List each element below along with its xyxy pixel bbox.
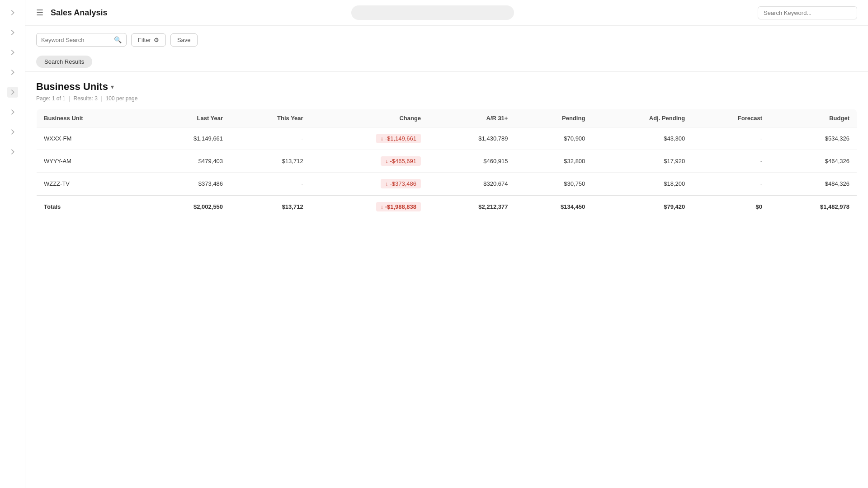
down-arrow-icon: ↓ bbox=[385, 181, 388, 187]
cell-budget: $534,326 bbox=[769, 127, 857, 150]
cell-budget: $484,326 bbox=[769, 173, 857, 196]
cell-pending: $70,900 bbox=[515, 127, 592, 150]
sidebar-item-1[interactable] bbox=[7, 7, 18, 18]
filter-button[interactable]: Filter ⚙ bbox=[131, 33, 166, 47]
col-header-adj-pending: Adj. Pending bbox=[592, 109, 692, 127]
header: ☰ Sales Analysis bbox=[25, 0, 868, 26]
keyword-search-input[interactable] bbox=[41, 37, 111, 43]
col-header-pending: Pending bbox=[515, 109, 592, 127]
header-blur-bar bbox=[351, 5, 514, 20]
cell-ar31: $1,430,789 bbox=[428, 127, 515, 150]
cell-ar31: $320,674 bbox=[428, 173, 515, 196]
col-header-budget: Budget bbox=[769, 109, 857, 127]
col-header-forecast: Forecast bbox=[692, 109, 769, 127]
cell-change: ↓ -$1,149,661 bbox=[311, 127, 428, 150]
menu-icon[interactable]: ☰ bbox=[36, 8, 43, 18]
cell-budget: $464,326 bbox=[769, 150, 857, 173]
cell-forecast: - bbox=[692, 173, 769, 196]
totals-adj-pending: $79,420 bbox=[592, 195, 692, 218]
col-header-this-year: This Year bbox=[230, 109, 311, 127]
sidebar-item-3[interactable] bbox=[7, 47, 18, 58]
business-units-table: Business Unit Last Year This Year Change… bbox=[36, 109, 857, 218]
app-title: Sales Analysis bbox=[51, 8, 107, 18]
totals-pending: $134,450 bbox=[515, 195, 592, 218]
cell-last-year: $373,486 bbox=[143, 173, 230, 196]
col-header-last-year: Last Year bbox=[143, 109, 230, 127]
search-icon: 🔍 bbox=[114, 36, 122, 43]
toolbar: 🔍 Filter ⚙ Save bbox=[25, 26, 868, 52]
totals-ar31: $2,212,377 bbox=[428, 195, 515, 218]
col-header-change: Change bbox=[311, 109, 428, 127]
cell-adj-pending: $43,300 bbox=[592, 127, 692, 150]
tab-search-results[interactable]: Search Results bbox=[36, 56, 92, 68]
cell-change: ↓ -$465,691 bbox=[311, 150, 428, 173]
totals-this-year: $13,712 bbox=[230, 195, 311, 218]
cell-forecast: - bbox=[692, 150, 769, 173]
cell-ar31: $460,915 bbox=[428, 150, 515, 173]
cell-change: ↓ -$373,486 bbox=[311, 173, 428, 196]
cell-forecast: - bbox=[692, 127, 769, 150]
change-badge-1: ↓ -$465,691 bbox=[381, 156, 421, 166]
cell-business-unit: WYYY-AM bbox=[37, 150, 143, 173]
cell-adj-pending: $18,200 bbox=[592, 173, 692, 196]
header-center bbox=[114, 5, 750, 20]
sidebar bbox=[0, 0, 25, 488]
cell-business-unit: WXXX-FM bbox=[37, 127, 143, 150]
keyword-search-box[interactable]: 🔍 bbox=[36, 33, 127, 47]
cell-this-year: - bbox=[230, 127, 311, 150]
totals-change: ↓ -$1,988,838 bbox=[311, 195, 428, 218]
cell-this-year: - bbox=[230, 173, 311, 196]
sidebar-item-7[interactable] bbox=[7, 127, 18, 137]
sidebar-item-4[interactable] bbox=[7, 67, 18, 78]
table-row: WYYY-AM $479,403 $13,712 ↓ -$465,691 $46… bbox=[37, 150, 857, 173]
col-header-business-unit: Business Unit bbox=[37, 109, 143, 127]
totals-row: Totals $2,002,550 $13,712 ↓ -$1,988,838 bbox=[37, 195, 857, 218]
sidebar-item-5-active[interactable] bbox=[7, 87, 18, 98]
pagination-info: Page: 1 of 1 | Results: 3 | 100 per page bbox=[36, 95, 857, 102]
cell-business-unit: WZZZ-TV bbox=[37, 173, 143, 196]
filter-icon: ⚙ bbox=[154, 37, 159, 43]
totals-forecast: $0 bbox=[692, 195, 769, 218]
filter-label: Filter bbox=[138, 37, 151, 43]
header-search-input[interactable] bbox=[758, 6, 857, 19]
change-badge-2: ↓ -$373,486 bbox=[381, 179, 421, 188]
section-title-dropdown-icon[interactable]: ▾ bbox=[111, 83, 114, 90]
col-header-ar31: A/R 31+ bbox=[428, 109, 515, 127]
table-row: WXXX-FM $1,149,661 - ↓ -$1,149,661 $1,43… bbox=[37, 127, 857, 150]
cell-adj-pending: $17,920 bbox=[592, 150, 692, 173]
totals-budget: $1,482,978 bbox=[769, 195, 857, 218]
cell-this-year: $13,712 bbox=[230, 150, 311, 173]
sidebar-item-8[interactable] bbox=[7, 146, 18, 157]
down-arrow-icon: ↓ bbox=[381, 204, 383, 210]
cell-pending: $32,800 bbox=[515, 150, 592, 173]
save-button[interactable]: Save bbox=[170, 33, 198, 47]
tabs-container: Search Results bbox=[25, 52, 868, 71]
table-header-row: Business Unit Last Year This Year Change… bbox=[37, 109, 857, 127]
totals-label: Totals bbox=[37, 195, 143, 218]
sidebar-item-2[interactable] bbox=[7, 27, 18, 38]
section-title: Business Units bbox=[36, 81, 108, 93]
section-header: Business Units ▾ bbox=[36, 81, 857, 93]
down-arrow-icon: ↓ bbox=[381, 136, 383, 142]
cell-pending: $30,750 bbox=[515, 173, 592, 196]
content-area: Business Units ▾ Page: 1 of 1 | Results:… bbox=[25, 72, 868, 488]
totals-change-badge: ↓ -$1,988,838 bbox=[376, 202, 421, 211]
down-arrow-icon: ↓ bbox=[385, 158, 388, 164]
main-content: ☰ Sales Analysis 🔍 Filter ⚙ Save Search … bbox=[25, 0, 868, 488]
table-row: WZZZ-TV $373,486 - ↓ -$373,486 $320,674 … bbox=[37, 173, 857, 196]
change-badge-0: ↓ -$1,149,661 bbox=[376, 134, 421, 143]
cell-last-year: $1,149,661 bbox=[143, 127, 230, 150]
cell-last-year: $479,403 bbox=[143, 150, 230, 173]
totals-last-year: $2,002,550 bbox=[143, 195, 230, 218]
sidebar-item-6[interactable] bbox=[7, 107, 18, 117]
